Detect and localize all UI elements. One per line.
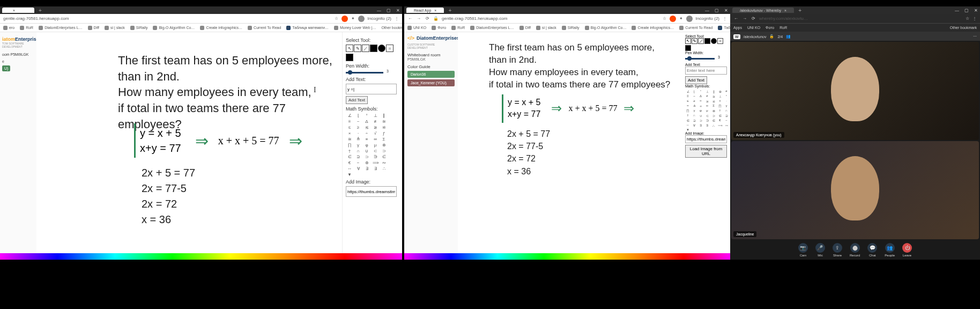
reload-icon[interactable]: ⟳ (751, 16, 756, 21)
browser-tab[interactable]: × (2, 8, 34, 13)
close-icon[interactable]: × (13, 9, 15, 12)
forward-icon[interactable]: → (416, 16, 421, 21)
text-input[interactable] (346, 84, 397, 94)
circle-fill-tool[interactable] (711, 38, 717, 44)
close-icon[interactable]: × (784, 9, 786, 12)
new-tab-button[interactable]: + (796, 8, 804, 13)
back-icon[interactable]: ← (733, 16, 739, 21)
video-tile[interactable]: Jacqueline (731, 141, 979, 239)
star-icon[interactable]: ☆ (335, 16, 338, 21)
new-tab-button[interactable]: + (446, 8, 454, 13)
extension-icon[interactable] (670, 16, 676, 22)
more-icon[interactable]: ⋯ (973, 34, 977, 39)
load-image-button[interactable]: Load Image from URL (685, 145, 727, 158)
maximize-icon[interactable]: ▢ (715, 8, 719, 13)
pen-tool[interactable]: ✎ (692, 38, 697, 44)
bookmark-item[interactable]: Apps (733, 26, 742, 30)
add-text-button[interactable]: Add Text (685, 76, 707, 84)
other-bookmarks[interactable]: Other bookmarks (381, 26, 402, 30)
maximize-icon[interactable]: ▢ (964, 8, 969, 13)
menu-icon[interactable]: ⋮ (395, 16, 399, 21)
people-icon[interactable]: 👥 (786, 34, 791, 39)
bookmark-item[interactable]: Diff (519, 26, 531, 30)
bookmark-item[interactable]: Current To Read (679, 26, 712, 30)
pointer-tool[interactable]: ↖ (685, 38, 691, 44)
url-text[interactable]: gentle-crag-70581.herokuapp.com (442, 16, 659, 21)
cam-button[interactable]: 📷Cam (798, 243, 808, 257)
whiteboard-canvas[interactable]: The first team has on 5 employees more, … (458, 32, 683, 253)
slider-knob[interactable] (687, 56, 692, 61)
minimize-icon[interactable]: — (705, 8, 709, 13)
rect-fill-tool[interactable] (704, 38, 710, 44)
bookmark-item[interactable]: RoR (451, 26, 465, 30)
bookmark-item[interactable]: si | slack (536, 26, 556, 30)
bookmark-item[interactable]: Current To Read (248, 26, 281, 30)
bookmark-item[interactable]: si | slack (105, 26, 125, 30)
pen-tool[interactable]: ✎ (354, 45, 361, 52)
user-pill-you[interactable]: Jace_Kemmer (YOU) (407, 79, 455, 86)
bookmark-item[interactable]: WТаблица математи… (286, 26, 329, 30)
circle-fill-tool[interactable] (378, 45, 385, 52)
menu-icon[interactable]: ⋮ (972, 16, 977, 21)
image-url-input[interactable] (346, 186, 397, 197)
color-palette[interactable] (404, 253, 730, 260)
color-palette[interactable] (0, 253, 402, 260)
minimize-icon[interactable]: — (955, 8, 959, 13)
pointer-tool[interactable]: ↖ (346, 45, 353, 52)
bookmark-item[interactable]: SiRally (130, 26, 148, 30)
bookmark-item[interactable]: Create infographics… (200, 26, 242, 30)
lock-icon[interactable]: 🔓 (769, 34, 774, 39)
bookmark-item[interactable]: SiRally (562, 26, 580, 30)
puzzle-icon[interactable]: ✦ (679, 16, 683, 21)
line-tool[interactable]: ／ (698, 38, 704, 44)
browser-tab[interactable]: React App× (406, 8, 444, 13)
rect-fill-tool[interactable] (370, 45, 377, 52)
bookmark-item[interactable]: UNI KO (407, 26, 426, 30)
bookmark-item[interactable]: RoR (20, 26, 33, 30)
minimize-icon[interactable]: — (377, 8, 381, 13)
browser-tab[interactable]: /alexkovtunov - Whereby× (732, 8, 794, 13)
bookmark-item[interactable]: ero (3, 26, 14, 30)
text-input[interactable] (685, 67, 727, 75)
nav-you-button[interactable]: U) (2, 65, 10, 71)
extension-icon[interactable] (341, 16, 348, 22)
chat-button[interactable]: 💬Chat (867, 243, 877, 257)
bookmark-item[interactable]: DiatomEnterprises L… (470, 26, 514, 30)
maximize-icon[interactable]: ▢ (387, 8, 391, 13)
nav-e[interactable]: e (0, 58, 36, 64)
puzzle-icon[interactable]: ✦ (351, 16, 355, 21)
menu-icon[interactable]: ⋮ (723, 16, 727, 21)
bookmark-item[interactable]: Big-O Algorithm Co… (585, 26, 627, 30)
star-icon[interactable]: ☆ (663, 16, 666, 21)
record-button[interactable]: ⬤Record (850, 243, 860, 257)
bookmark-item[interactable]: UNI KO (747, 26, 760, 30)
add-text-button[interactable]: Add Text (346, 96, 368, 104)
bookmark-item[interactable]: Фото (432, 26, 446, 30)
video-tile[interactable]: Александр Ковтунов (you) (731, 42, 979, 140)
bookmark-item[interactable]: DiatomEnterprises L… (39, 26, 82, 30)
close-icon[interactable]: × (434, 9, 436, 12)
leave-button[interactable]: ⏻Leave (902, 243, 912, 257)
close-window-icon[interactable]: ✕ (724, 8, 728, 13)
other-bookmarks[interactable]: Other bookmark (950, 26, 977, 30)
bookmark-item[interactable]: Money Lover Web |… (334, 26, 376, 30)
people-button[interactable]: 👥People (885, 243, 895, 257)
reload-icon[interactable]: ⟳ (425, 16, 430, 21)
bookmark-item[interactable]: Big-O Algorithm Co… (153, 26, 195, 30)
bookmark-item[interactable]: Фото (766, 26, 774, 30)
mic-button[interactable]: 🎤Mic (815, 243, 825, 257)
bookmark-item[interactable]: WТаблица математи… (718, 26, 730, 30)
bookmark-item[interactable]: RoR (779, 26, 787, 30)
back-icon[interactable]: ← (407, 16, 413, 21)
slider-knob[interactable] (348, 70, 352, 75)
share-button[interactable]: ⇪Share (833, 243, 842, 257)
line-tool[interactable]: ／ (362, 45, 369, 52)
equal-tool[interactable]: = (717, 38, 723, 44)
bookmark-item[interactable]: Create infographics… (632, 26, 674, 30)
close-window-icon[interactable]: ✕ (396, 8, 400, 13)
url-text[interactable]: gentle-crag-70581.herokuapp.com (3, 16, 331, 21)
user-pill[interactable]: Darion36 (407, 71, 455, 78)
pen-width-slider[interactable]: 3 (346, 72, 383, 73)
bookmark-item[interactable]: Diff (88, 26, 99, 30)
image-url-input[interactable] (685, 135, 727, 143)
